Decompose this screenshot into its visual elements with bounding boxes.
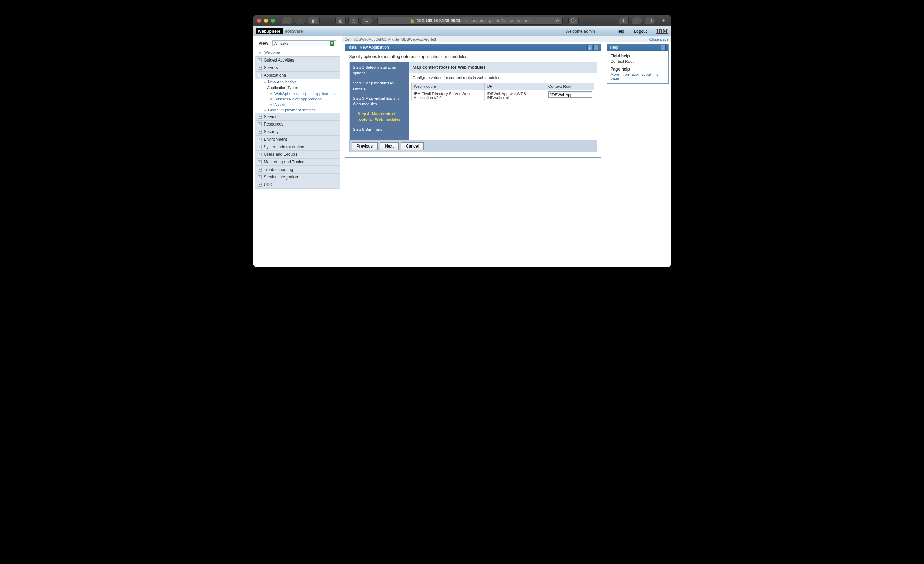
minimize-icon[interactable]: – [593,45,598,50]
left-nav: View: All tasks ⇅ ■ Welcome +Guided Acti… [253,36,342,267]
welcome-user: Welcome admin [566,29,595,34]
step-5[interactable]: Step 5 Summary [353,127,406,132]
nav-global-deploy: ■Global deployment settings [255,107,339,113]
plus-icon: + [258,160,262,164]
minimize-window-icon[interactable] [264,19,268,23]
main-content: Cell=SDSWebAppCell01, Profile=SDSWebAppP… [342,36,672,267]
minus-icon: − [258,74,262,77]
extensions-icon[interactable]: ◎ [348,17,359,24]
col-uri: URI [485,83,546,90]
reload-icon[interactable]: ⟳ [556,18,560,23]
help-icon[interactable]: ? [587,45,592,50]
cell-web-module: IBM Tivoli Directory Server Web Applicat… [411,90,485,102]
page-help-link[interactable]: More information about this page [610,72,658,81]
url-host: 192.168.169.148:9043 [417,18,460,23]
downloads-icon[interactable]: ⬇ [618,17,629,24]
nav-application-types[interactable]: −Application Types [263,85,339,91]
view-label: View: [259,41,270,46]
view-selector-row: View: All tasks ⇅ [255,39,339,48]
nav-cat-environment[interactable]: +Environment [255,135,339,143]
info-icon[interactable]: ⓘ [568,17,579,24]
view-select[interactable]: All tasks ⇅ [273,40,336,46]
field-help-label: Field help [610,54,665,58]
wizard-body-title: Map context roots for Web modules [410,62,597,73]
plus-icon: + [258,145,262,149]
cell-profile-text: Cell=SDSWebAppCell01, Profile=SDSWebAppP… [345,37,436,41]
step-3[interactable]: Step 3 Map virtual hosts for Web modules [353,96,406,106]
view-select-value: All tasks [274,41,288,45]
nav-cat-monitoring[interactable]: +Monitoring and Tuning [255,158,339,166]
url-path: /ibm/console/login.do?action=secure [460,18,530,23]
cancel-button[interactable]: Cancel [401,142,424,150]
sidebar-toggle-icon[interactable]: ◧ [308,17,320,24]
brand-black: WebSphere. [256,28,284,34]
url-bar[interactable]: 🔒 192.168.169.148:9043/ibm/console/login… [377,16,563,25]
nav-cat-servers[interactable]: +Servers [255,64,339,72]
share-icon[interactable]: ⇪ [632,17,642,24]
help-panel-title: Help – [607,44,668,51]
ibm-logo: IBM [656,28,668,34]
nav-welcome-link[interactable]: Welcome [264,50,280,54]
field-help-value: Context Root [610,59,665,63]
wizard: Step 1 Select installation options Step … [349,62,597,140]
install-panel: Install New Application ? – Specify opti… [345,44,602,158]
breadcrumb: Cell=SDSWebAppCell01, Profile=SDSWebAppP… [342,36,672,42]
nav-cat-security[interactable]: +Security [255,128,339,135]
nav-cat-resources[interactable]: +Resources [255,120,339,128]
nav-cat-guided[interactable]: +Guided Activities [255,56,339,64]
brand: WebSphere. software [256,28,303,34]
previous-button[interactable]: Previous [352,142,378,150]
nav-cat-applications[interactable]: −Applications [255,72,339,79]
privacy-report-icon[interactable]: ◐ [335,17,346,24]
close-page-link[interactable]: Close page [650,37,669,41]
forward-button[interactable]: › [295,17,305,24]
plus-icon: + [258,183,262,187]
plus-icon: + [258,168,262,172]
context-root-input[interactable] [548,92,592,98]
nav-assets: ■Assets [255,102,339,107]
col-web-module: Web module [411,83,485,90]
fullscreen-window-icon[interactable] [271,19,275,23]
nav-welcome: ■ Welcome [255,48,339,56]
plus-icon: + [258,130,262,134]
col-context-root: Context Root [546,83,594,90]
plus-icon: + [258,115,262,118]
step-4-active: Step 4: Map context roots for Web module… [353,111,406,122]
brand-grey: software [285,28,303,34]
context-root-table: Web module URI Context Root IBM Tivoli D [411,82,594,102]
nav-ws-enterprise-apps: ■WebSphere enterprise applications [255,91,339,96]
plus-icon: + [258,176,262,179]
nav-new-application: ■New Application [255,79,339,85]
nav-cat-users[interactable]: +Users and Groups [255,151,339,158]
help-panel: Help – Field help Context Root Page help… [607,44,669,84]
step-1[interactable]: Step 1 Select installation options [353,65,406,76]
wizard-body-subtitle: Configure values for context roots in we… [410,73,597,82]
nav-business-level-apps: ■Business-level applications [255,96,339,102]
logout-link[interactable]: Logout [634,29,647,34]
browser-toolbar: ‹ › ◧ ◐ ◎ ☁ 🔒 192.168.169.148:9043/ibm/c… [253,15,672,26]
install-description: Specify options for installing enterpris… [349,54,597,59]
nav-cat-troubleshoot[interactable]: +Troubleshooting [255,166,339,173]
nav-cat-sysadmin[interactable]: +System administration [255,143,339,151]
nav-cat-uddi[interactable]: +UDDI [255,181,339,189]
cell-uri: IDSWebApp.war,WEB-INF/web.xml [485,90,546,102]
wizard-buttons: Previous Next Cancel [349,140,597,152]
new-tab-button[interactable]: + [660,17,668,24]
wizard-steps: Step 1 Select installation options Step … [350,62,410,140]
cloud-icon[interactable]: ☁ [362,17,372,24]
table-row: IBM Tivoli Directory Server Web Applicat… [411,90,594,102]
tabs-icon[interactable]: ❐ [645,17,655,24]
minimize-icon[interactable]: – [661,45,666,50]
chevron-updown-icon: ⇅ [330,41,334,46]
minus-icon: − [263,86,265,90]
nav-cat-services[interactable]: +Services [255,113,339,120]
websphere-console: WebSphere. software Welcome admin Help L… [253,26,672,267]
nav-cat-service-int[interactable]: +Service integration [255,173,339,181]
back-button[interactable]: ‹ [282,17,292,24]
plus-icon: + [258,122,262,126]
step-2[interactable]: Step 2 Map modules to servers [353,81,406,91]
close-window-icon[interactable] [257,19,261,23]
console-header: WebSphere. software Welcome admin Help L… [253,26,672,36]
header-help-link[interactable]: Help [616,29,624,34]
next-button[interactable]: Next [380,142,399,150]
